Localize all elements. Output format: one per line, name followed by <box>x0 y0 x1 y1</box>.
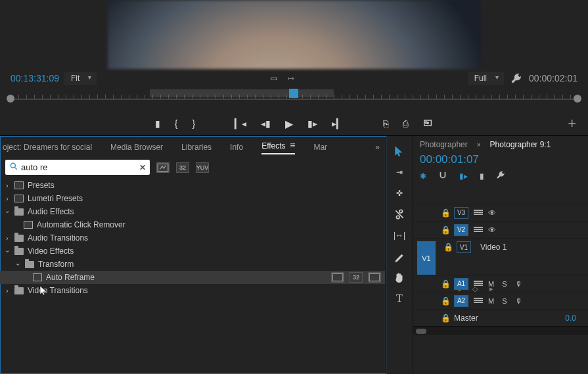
add-marker-icon[interactable]: ▮ <box>155 118 160 129</box>
track-a2[interactable]: 🔒 A2 M S 🎙 <box>413 292 588 309</box>
lock-icon[interactable]: 🔒 <box>441 296 449 306</box>
mute-button[interactable]: M <box>488 280 494 288</box>
tab-libraries[interactable]: Libraries <box>181 143 212 152</box>
clear-search-icon[interactable]: ✕ <box>139 163 146 172</box>
playhead[interactable] <box>289 89 298 98</box>
safe-margins-icon[interactable]: ▭ <box>268 72 280 84</box>
effects-search[interactable]: ✕ <box>5 160 150 175</box>
chevron-right-icon[interactable]: › <box>4 235 11 242</box>
32bit-badge[interactable]: 32 <box>176 162 189 173</box>
tab-markers[interactable]: Mar <box>313 143 327 152</box>
sequence-tab-active[interactable]: Photographer 9:1 <box>490 140 551 149</box>
slip-tool-icon[interactable]: |↔| <box>392 229 407 241</box>
tree-row-audio-trans[interactable]: › Audio Transitions <box>0 231 385 245</box>
lock-icon[interactable]: 🔒 <box>443 243 451 252</box>
go-to-in-icon[interactable]: ▎◂ <box>235 118 246 129</box>
mark-in-icon[interactable]: { <box>175 118 178 129</box>
close-tab-icon[interactable]: × <box>477 141 481 149</box>
step-forward-icon[interactable]: ▮▸ <box>307 118 317 129</box>
work-area[interactable] <box>150 89 334 97</box>
tree-row-video-trans[interactable]: › Video Transitions <box>0 284 385 297</box>
chevron-right-icon[interactable]: › <box>4 287 11 294</box>
master-value[interactable]: 0.0 <box>565 314 576 323</box>
eye-icon[interactable]: 👁 <box>488 225 497 235</box>
chevron-down-icon[interactable]: › <box>14 261 22 268</box>
tree-row-audio-fx[interactable]: › Audio Effects <box>0 205 385 218</box>
sync-lock-icon[interactable] <box>474 210 483 216</box>
lift-icon[interactable]: ⎘ <box>383 118 388 129</box>
lock-icon[interactable]: 🔒 <box>441 279 449 289</box>
sync-lock-icon[interactable] <box>474 298 483 304</box>
play-icon[interactable]: ▶ <box>285 118 293 130</box>
lock-icon[interactable]: 🔒 <box>441 314 449 323</box>
wrench-icon[interactable] <box>509 72 524 84</box>
pen-tool-icon[interactable] <box>392 250 407 262</box>
tree-row-transform[interactable]: › Transform <box>0 258 385 271</box>
track-v3[interactable]: 🔒 V3 👁 <box>413 204 588 221</box>
timeline-settings-icon[interactable] <box>496 170 505 181</box>
add-marker-btn-icon[interactable]: ▮ <box>480 172 484 181</box>
solo-button[interactable]: S <box>502 297 507 305</box>
accelerated-fx-badge[interactable] <box>156 162 170 173</box>
sequence-duration[interactable]: 00:00:02:01 <box>529 73 577 83</box>
mute-button[interactable]: M <box>488 297 494 305</box>
razor-tool-icon[interactable] <box>392 208 407 220</box>
source-timecode[interactable]: 00:13:31:09 <box>11 73 59 83</box>
track-target[interactable]: A1 <box>454 278 468 290</box>
tree-row-auto-click[interactable]: Automatic Click Remover <box>0 218 385 231</box>
button-editor-icon[interactable]: + <box>568 115 576 132</box>
selection-tool-icon[interactable] <box>392 145 407 157</box>
export-frame-icon[interactable] <box>422 118 433 130</box>
chevron-right-icon[interactable]: › <box>4 182 11 189</box>
linked-selection-icon[interactable]: ▮▸ <box>459 172 468 181</box>
tab-project[interactable]: oject: Dreamers for social <box>3 143 92 152</box>
solo-button[interactable]: S <box>502 280 507 288</box>
yuv-badge[interactable]: YUV <box>196 162 209 173</box>
panel-menu-icon[interactable]: ≡ <box>290 140 295 151</box>
track-v1[interactable]: V1 🔒 V1 Video 1 ◂ ◇ ▸ <box>413 238 588 275</box>
tab-effects[interactable]: Effects ≡ <box>261 140 295 154</box>
tab-info[interactable]: Info <box>230 143 243 152</box>
settings-dropdown-icon[interactable]: ↦ <box>285 72 297 84</box>
search-input[interactable] <box>21 162 139 172</box>
eye-icon[interactable]: 👁 <box>488 208 497 218</box>
voiceover-icon[interactable]: 🎙 <box>515 297 522 305</box>
go-to-out-icon[interactable]: ▸▎ <box>332 118 344 129</box>
chevron-down-icon[interactable]: › <box>4 208 11 215</box>
track-target[interactable]: V3 <box>454 207 468 219</box>
lock-icon[interactable]: 🔒 <box>441 208 449 218</box>
timeline-scrollbar[interactable] <box>413 326 588 335</box>
sync-lock-icon[interactable] <box>474 281 483 287</box>
tree-row-lumetri[interactable]: › Lumetri Presets <box>0 192 385 205</box>
chevron-right-icon[interactable]: › <box>4 195 11 202</box>
range-start-handle[interactable] <box>7 95 14 103</box>
snap-icon[interactable] <box>438 170 447 181</box>
time-ruler[interactable] <box>0 87 588 112</box>
sync-lock-icon[interactable] <box>474 227 483 233</box>
track-master[interactable]: 🔒 Master 0.0 <box>413 309 588 326</box>
snap-nest-icon[interactable]: ✱ <box>420 172 426 181</box>
track-a1[interactable]: 🔒 A1 M S 🎙 <box>413 275 588 292</box>
source-patch[interactable]: V1 <box>417 241 436 275</box>
sequence-tab[interactable]: Photographer <box>420 140 468 149</box>
tree-row-video-fx[interactable]: › Video Effects <box>0 245 385 258</box>
track-target[interactable]: A2 <box>454 295 468 307</box>
range-end-handle[interactable] <box>574 95 581 103</box>
track-select-tool-icon[interactable]: ⇥ <box>392 166 407 178</box>
tree-row-presets[interactable]: › Presets <box>0 179 385 192</box>
lock-icon[interactable]: 🔒 <box>441 225 449 235</box>
tree-row-auto-reframe[interactable]: Auto Reframe 32 <box>0 271 385 284</box>
track-target[interactable]: V2 <box>454 224 468 236</box>
playback-resolution-select[interactable]: Full <box>468 72 504 85</box>
zoom-select[interactable]: Fit <box>64 72 97 85</box>
hand-tool-icon[interactable] <box>392 271 407 283</box>
track-v2[interactable]: 🔒 V2 👁 <box>413 221 588 238</box>
step-back-icon[interactable]: ◂▮ <box>261 118 271 129</box>
tabs-overflow-icon[interactable]: » <box>375 143 380 152</box>
extract-icon[interactable]: ⎙ <box>403 118 408 129</box>
chevron-down-icon[interactable]: › <box>4 248 11 254</box>
type-tool-icon[interactable]: T <box>392 292 407 304</box>
tab-media-browser[interactable]: Media Browser <box>110 143 163 152</box>
voiceover-icon[interactable]: 🎙 <box>515 280 522 288</box>
ripple-edit-tool-icon[interactable]: ✜ <box>392 187 407 199</box>
